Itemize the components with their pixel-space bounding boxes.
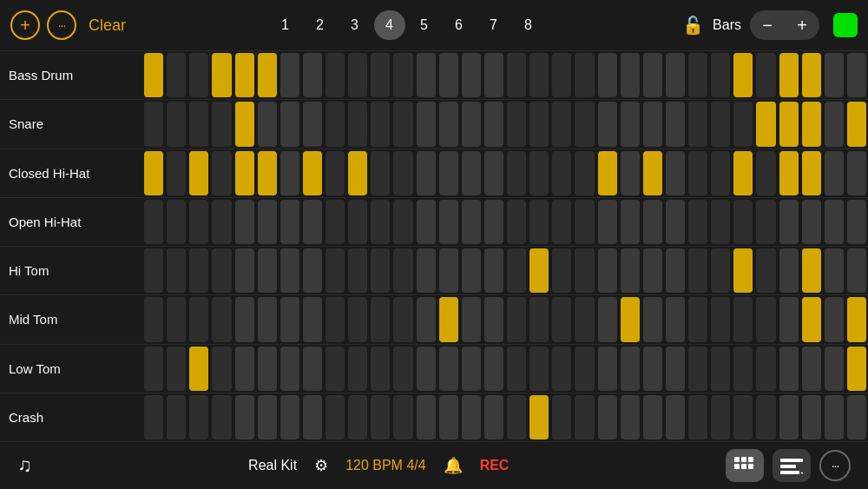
grid-cell[interactable]	[621, 347, 640, 391]
grid-cell[interactable]	[371, 102, 390, 146]
grid-cell[interactable]	[779, 395, 799, 439]
grid-cell[interactable]	[417, 297, 436, 341]
grid-cell[interactable]	[756, 347, 775, 391]
grid-cell[interactable]	[144, 53, 163, 97]
grid-cell[interactable]	[733, 53, 753, 97]
grid-cell[interactable]	[462, 151, 481, 195]
grid-cell[interactable]	[733, 102, 753, 146]
grid-cell[interactable]	[756, 297, 775, 341]
grid-cell[interactable]	[484, 347, 503, 391]
grid-cell[interactable]	[825, 151, 844, 195]
footer-more-button[interactable]: ···	[819, 450, 851, 481]
grid-cell[interactable]	[711, 102, 730, 146]
grid-cell[interactable]	[621, 102, 640, 146]
grid-cell[interactable]	[189, 297, 208, 341]
grid-cell[interactable]	[348, 200, 367, 244]
bar-1[interactable]: 1	[270, 10, 301, 40]
grid-cell[interactable]	[756, 102, 775, 146]
grid-cell[interactable]	[688, 102, 707, 146]
grid-cell[interactable]	[756, 200, 775, 244]
grid-cell[interactable]	[507, 53, 526, 97]
grid-cell[interactable]	[552, 248, 571, 293]
grid-cell[interactable]	[621, 53, 640, 97]
grid-cell[interactable]	[462, 102, 481, 146]
bars-plus-button[interactable]: +	[785, 10, 819, 40]
grid-cell[interactable]	[666, 53, 685, 97]
grid-cell[interactable]	[280, 248, 299, 293]
grid-cell[interactable]	[417, 200, 436, 244]
grid-cell[interactable]	[552, 53, 571, 97]
grid-cell[interactable]	[598, 151, 617, 195]
grid-cell[interactable]	[326, 347, 345, 391]
grid-cell[interactable]	[621, 395, 640, 439]
clear-button[interactable]: Clear	[83, 13, 131, 38]
grid-cell[interactable]	[666, 102, 685, 146]
grid-cell[interactable]	[643, 248, 662, 293]
grid-cell[interactable]	[371, 151, 390, 195]
grid-cell[interactable]	[666, 347, 685, 391]
grid-cell[interactable]	[417, 395, 436, 439]
grid-cell[interactable]	[847, 347, 866, 391]
grid-cell[interactable]	[802, 53, 821, 97]
grid-cell[interactable]	[280, 53, 299, 97]
grid-cell[interactable]	[711, 151, 730, 195]
grid-cell[interactable]	[666, 200, 685, 244]
grid-cell[interactable]	[462, 248, 481, 293]
grid-cell[interactable]	[688, 53, 707, 97]
bar-6[interactable]: 6	[444, 10, 475, 40]
grid-cell[interactable]	[666, 248, 685, 293]
grid-cell[interactable]	[371, 248, 390, 293]
grid-cell[interactable]	[462, 395, 481, 439]
grid-cell[interactable]	[144, 347, 163, 391]
grid-cell[interactable]	[235, 53, 254, 97]
grid-cell[interactable]	[235, 200, 254, 244]
grid-view-button[interactable]	[726, 449, 764, 482]
grid-cell[interactable]	[756, 53, 775, 97]
grid-cell[interactable]	[212, 53, 231, 97]
grid-cell[interactable]	[507, 297, 526, 341]
grid-cell[interactable]	[802, 347, 821, 391]
bar-3[interactable]: 3	[339, 10, 371, 40]
grid-cell[interactable]	[507, 102, 526, 146]
grid-cell[interactable]	[598, 248, 617, 293]
grid-cell[interactable]	[167, 102, 186, 146]
grid-cell[interactable]	[825, 102, 844, 146]
grid-cell[interactable]	[417, 347, 436, 391]
grid-cell[interactable]	[167, 53, 186, 97]
grid-cell[interactable]	[779, 248, 799, 293]
lock-icon[interactable]: 🔓	[682, 15, 704, 36]
grid-cell[interactable]	[439, 151, 458, 195]
bpm-display[interactable]: 120 BPM 4/4	[345, 458, 426, 473]
grid-cell[interactable]	[643, 347, 662, 391]
grid-cell[interactable]	[393, 297, 412, 341]
bars-minus-button[interactable]: −	[750, 10, 785, 40]
grid-cell[interactable]	[484, 151, 503, 195]
grid-cell[interactable]	[575, 151, 594, 195]
grid-cell[interactable]	[303, 297, 322, 341]
grid-cell[interactable]	[280, 151, 299, 195]
grid-cell[interactable]	[711, 200, 730, 244]
grid-cell[interactable]	[303, 395, 322, 439]
music-icon[interactable]: ♫	[17, 454, 32, 477]
grid-cell[interactable]	[189, 395, 208, 439]
grid-cell[interactable]	[847, 248, 866, 293]
grid-cell[interactable]	[144, 102, 163, 146]
grid-cell[interactable]	[462, 347, 481, 391]
grid-cell[interactable]	[371, 395, 390, 439]
grid-cell[interactable]	[666, 395, 685, 439]
grid-cell[interactable]	[371, 347, 390, 391]
grid-cell[interactable]	[371, 200, 390, 244]
grid-cell[interactable]	[167, 248, 186, 293]
more-options-button[interactable]: ···	[47, 10, 76, 40]
kit-name[interactable]: Real Kit	[248, 458, 297, 473]
grid-cell[interactable]	[711, 297, 730, 341]
grid-cell[interactable]	[393, 347, 412, 391]
grid-cell[interactable]	[733, 297, 753, 341]
grid-cell[interactable]	[643, 151, 662, 195]
grid-cell[interactable]	[348, 297, 367, 341]
grid-cell[interactable]	[529, 102, 549, 146]
grid-cell[interactable]	[258, 347, 277, 391]
grid-cell[interactable]	[484, 200, 503, 244]
grid-cell[interactable]	[779, 297, 799, 341]
grid-cell[interactable]	[303, 248, 322, 293]
